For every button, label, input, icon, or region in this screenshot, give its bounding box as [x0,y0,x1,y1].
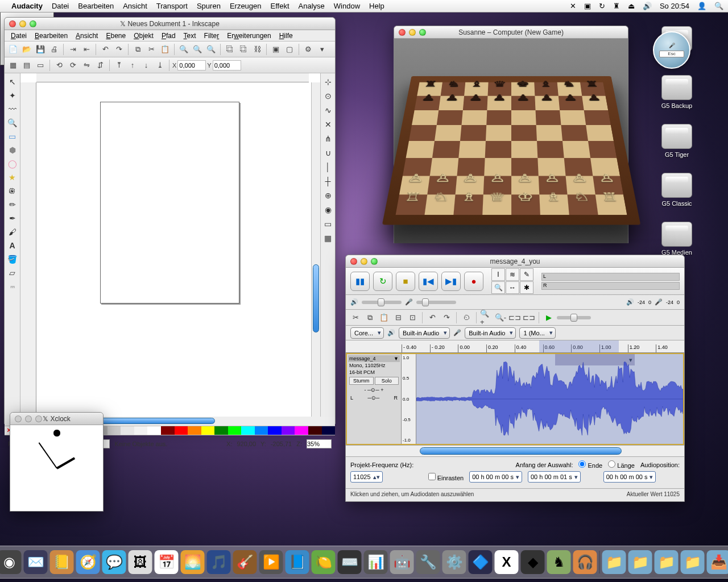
tray-clock[interactable]: So 20:54 [660,2,689,10]
menu-transport[interactable]: Transport [156,2,188,10]
rect-tool-icon[interactable]: ▭ [6,130,19,143]
menu-analyse[interactable]: Analyse [299,2,325,10]
playback-meter[interactable]: L [541,273,680,281]
ink-menu-filter[interactable]: Filter [201,32,222,40]
waveform-area[interactable]: 1.00.50.0-0.5-1.0 [402,354,683,444]
save-icon[interactable]: 💾 [34,43,47,56]
zoom-in-icon[interactable]: 🔍+ [480,311,493,324]
inkscape-titlebar[interactable]: 𝕏 Neues Dokument 1 - Inkscape [5,18,335,30]
app2-icon[interactable]: 🔷 [469,550,493,574]
tray-user-icon[interactable]: 👤 [697,2,706,10]
speech-mic-overlay[interactable]: 🎤 Esc [653,31,690,69]
project-rate-input[interactable]: 11025▴▾ [350,471,383,483]
tray-timemachine-icon[interactable]: ↻ [599,2,605,10]
spotlight-icon[interactable]: 🔍 [714,2,723,10]
zoom-draw-icon[interactable]: 🔍 [191,43,204,56]
track-name[interactable]: message_4 [349,356,376,361]
ink-menu-bearbeiten[interactable]: Bearbeiten [32,32,71,40]
safari-icon[interactable]: 🧭 [76,550,100,574]
zoom-out-icon[interactable]: 🔍- [494,311,507,324]
output-slider[interactable] [362,301,402,304]
minimize-button[interactable] [25,415,32,422]
snap-icon[interactable]: ⊹ [322,76,334,88]
unlink-icon[interactable]: ⛓ [251,43,263,56]
selection-end-input[interactable]: 00 h 00 m 01 s▾ [528,471,581,483]
zoom-button[interactable] [419,29,426,36]
folder-icon[interactable]: 📁 [628,550,652,574]
minimize-button[interactable] [19,20,26,27]
chess-dock-icon[interactable]: ♞ [547,550,571,574]
paste-icon[interactable]: 📋 [159,43,171,56]
ink-menu-text[interactable]: Text [181,32,199,40]
downloads-icon[interactable]: 📥 [707,550,729,574]
minimize-button[interactable] [409,29,416,36]
timeline-ruler[interactable]: - 0.40- 0.200.000.200.400.600.801.001.20… [346,340,684,353]
input-slider[interactable] [416,301,456,304]
undo-icon[interactable]: ↶ [99,43,111,56]
menu-erzeugen[interactable]: Erzeugen [230,2,262,10]
length-radio[interactable]: Länge [608,460,635,469]
ink-menu-objekt[interactable]: Objekt [131,32,156,40]
menu-spuren[interactable]: Spuren [197,2,221,10]
snap-int-icon[interactable]: ✕ [322,118,334,131]
more-icon[interactable]: ▾ [316,43,328,56]
itunes-icon[interactable]: 🎵 [207,550,231,574]
garageband-icon[interactable]: 🎸 [233,550,257,574]
x11-icon[interactable]: X [495,550,519,574]
limewire-icon[interactable]: 🍋 [312,550,336,574]
ichat-icon[interactable]: 💬 [102,550,126,574]
selection-tool-icon[interactable]: I [491,268,505,281]
menu-bearbeiten[interactable]: Bearbeiten [78,2,114,10]
skip-end-button[interactable]: ▶▮ [441,272,461,291]
undo-icon[interactable]: ↶ [426,311,439,324]
minimize-button[interactable] [361,258,367,265]
calligraphy-tool-icon[interactable]: 🖌 [6,226,19,238]
raise-icon[interactable]: ↑ [126,59,139,72]
zoom-button[interactable] [371,258,378,265]
quicktime-icon[interactable]: ▶️ [259,550,283,574]
snap-rot-icon[interactable]: ◉ [322,203,334,216]
envelope-tool-icon[interactable]: ≋ [506,268,519,281]
track-header[interactable]: message_4▼ Mono, 11025Hz 16-bit PCM Stum… [347,354,402,444]
flip-h-icon[interactable]: ⇋ [80,59,93,72]
snap-checkbox[interactable]: Einrasten [428,473,464,481]
mail-icon[interactable]: ✉️ [24,550,48,574]
pause-button[interactable]: ▮▮ [350,272,370,291]
xclock-titlebar[interactable]: 𝕏 Xclock [10,413,103,425]
app-icon[interactable]: 📘 [286,550,309,574]
cut-icon[interactable]: ✂ [349,311,362,324]
snap-center-icon[interactable]: ⊕ [322,189,334,202]
xml-icon[interactable]: ⚙ [302,43,315,56]
addressbook-icon[interactable]: 📒 [50,550,74,574]
flip-v-icon[interactable]: ⇵ [94,59,106,72]
paste-icon[interactable]: 📋 [378,311,390,324]
snap-mid-icon[interactable]: ┼ [322,175,334,188]
close-button[interactable] [9,20,16,27]
activity-icon[interactable]: 📊 [364,550,388,574]
redo-icon[interactable]: ↷ [113,43,125,56]
chess-titlebar[interactable]: Susanne – Computer (New Game) [394,26,628,39]
y-input[interactable] [213,60,241,70]
eraser-tool-icon[interactable]: ▱ [6,267,19,279]
menu-ansicht[interactable]: Ansicht [123,2,147,10]
node-tool-icon[interactable]: ✦ [6,89,19,102]
record-button[interactable]: ● [464,272,483,291]
duplicate-icon[interactable]: ⿻ [224,43,236,56]
folder-icon[interactable]: 📁 [681,550,705,574]
end-radio[interactable]: Ende [578,460,602,469]
mute-button[interactable]: Stumm [349,377,374,385]
speed-slider[interactable] [557,316,591,319]
solo-button[interactable]: Solo [375,377,399,385]
connector-tool-icon[interactable]: ⎓ [6,280,19,293]
fit-proj-icon[interactable]: ⊏⊐ [523,311,535,324]
play-at-speed-icon[interactable]: ▶ [543,311,555,324]
tray-volume-icon[interactable]: 🔊 [643,2,652,10]
menu-effekt[interactable]: Effekt [271,2,289,10]
bezier-tool-icon[interactable]: ✒ [6,212,19,225]
preview-icon[interactable]: 🖼 [129,550,152,574]
zoom-tool-icon[interactable]: 🔍 [6,117,19,129]
select-all-icon[interactable]: ▦ [7,59,19,72]
zoom-input[interactable] [307,439,332,448]
tray-eject-icon[interactable]: ⏏ [628,2,635,10]
rotate-cw-icon[interactable]: ⟳ [67,59,79,72]
